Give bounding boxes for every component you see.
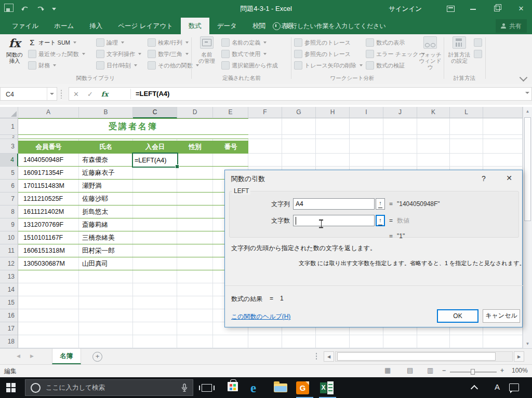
tab-active-4[interactable]: 数式: [181, 18, 209, 34]
function-help-link[interactable]: この関数のヘルプ(H): [231, 312, 290, 321]
cell-F1[interactable]: [248, 118, 282, 135]
cell-A10[interactable]: 1510101167F: [18, 231, 79, 244]
cell-A4[interactable]: 1404050948F: [18, 154, 79, 166]
cell-E4[interactable]: [213, 154, 248, 166]
cell-D9[interactable]: [177, 218, 213, 231]
cell-F2[interactable]: [248, 135, 282, 139]
share-button[interactable]: 共有: [496, 19, 527, 33]
trace-precedents-button[interactable]: 参照元のトレース: [294, 37, 363, 48]
cell-A7[interactable]: 1211210525F: [18, 193, 79, 205]
cell-L1[interactable]: [450, 118, 483, 135]
cell-A13[interactable]: [18, 270, 79, 283]
cell-D16[interactable]: [177, 309, 213, 322]
calculation-options-button[interactable]: 計算方法 の設定: [446, 36, 473, 64]
cell-L4[interactable]: [450, 154, 483, 167]
taskbar-search-box[interactable]: ここに入力して検索: [25, 379, 193, 396]
cell-B14[interactable]: [79, 283, 133, 296]
tab-5[interactable]: データ: [209, 18, 245, 34]
enter-entry-icon[interactable]: ✓: [87, 90, 93, 98]
cell-C6[interactable]: [133, 180, 177, 192]
vscroll-thumb[interactable]: [524, 117, 531, 221]
create-from-selection-button[interactable]: 選択範囲から作成: [221, 60, 278, 71]
cell-F3[interactable]: [248, 139, 282, 154]
cell-K4[interactable]: [417, 154, 450, 167]
cell-A16[interactable]: [18, 309, 79, 322]
column-header-E[interactable]: E: [213, 107, 248, 118]
recent-functions-button[interactable]: 最近使った関数: [28, 48, 85, 60]
cell-B6[interactable]: 瀬野満: [79, 180, 133, 192]
cell-D6[interactable]: [177, 180, 213, 192]
logical-button[interactable]: 論理: [96, 37, 141, 48]
column-header-B[interactable]: B: [79, 107, 133, 118]
cell-C10[interactable]: [133, 231, 177, 244]
text-functions-button[interactable]: 文字列操作: [96, 48, 141, 60]
sheet-tab-meibo[interactable]: 名簿: [52, 349, 81, 364]
cell-B5[interactable]: 近藤麻衣子: [79, 167, 133, 179]
column-header-C[interactable]: C: [133, 107, 177, 118]
cell-K1[interactable]: [417, 118, 450, 135]
worksheet-title-cell[interactable]: 受講者名簿: [18, 118, 248, 135]
cell-H2[interactable]: [316, 135, 350, 139]
start-button[interactable]: [6, 383, 16, 392]
cell-L3[interactable]: [450, 139, 483, 154]
page-break-view-icon[interactable]: ▥: [427, 366, 433, 374]
column-header-D[interactable]: D: [177, 107, 213, 118]
insert-function-button[interactable]: fx 関数の 挿入: [1, 36, 28, 64]
row-header-11[interactable]: 11: [0, 244, 18, 257]
error-checking-button[interactable]: エラー チェック: [366, 48, 425, 60]
column-header-K[interactable]: K: [417, 107, 450, 118]
cell-H3[interactable]: [316, 139, 350, 154]
ribbon-display-options-button[interactable]: [442, 0, 459, 18]
cell-D4[interactable]: [177, 154, 213, 166]
remove-arrows-button[interactable]: トレース矢印の削除: [294, 60, 363, 71]
cell-H18[interactable]: [316, 335, 350, 348]
column-header-G[interactable]: G: [282, 107, 316, 118]
cell-C12[interactable]: [133, 257, 177, 270]
excel-taskbar-icon[interactable]: X: [320, 381, 334, 394]
row-header-9[interactable]: 9: [0, 218, 18, 231]
cell-L18[interactable]: [450, 335, 483, 348]
cell-A14[interactable]: [18, 283, 79, 296]
cell-I2[interactable]: [350, 135, 383, 139]
row-header-6[interactable]: 6: [0, 180, 18, 193]
formula-field[interactable]: ✕ ✓ fx =LEFT(A4): [69, 87, 532, 101]
cell-F18[interactable]: [248, 335, 282, 348]
cell-H4[interactable]: [316, 154, 350, 167]
watch-window-button[interactable]: ウォッチ ウィンドウ: [417, 36, 444, 70]
row-header-4[interactable]: 4: [0, 154, 18, 167]
name-manager-button[interactable]: 名前 の管理: [193, 36, 220, 64]
cell-C5[interactable]: [133, 167, 177, 179]
cell-C9[interactable]: [133, 218, 177, 231]
cell-F4[interactable]: [248, 154, 282, 167]
cell-C8[interactable]: [133, 205, 177, 218]
row-header-10[interactable]: 10: [0, 231, 18, 244]
show-hidden-icons-chevron[interactable]: [471, 385, 478, 392]
cell-G2[interactable]: [282, 135, 316, 139]
cell-A12[interactable]: 1305030687M: [18, 257, 79, 270]
row-header-18[interactable]: 18: [0, 335, 18, 348]
cell-G1[interactable]: [282, 118, 316, 135]
sheet-nav-left-icon[interactable]: ◀: [17, 353, 20, 359]
cell-E18[interactable]: [213, 335, 248, 348]
table-header-4[interactable]: 番号: [213, 141, 248, 154]
horizontal-scrollbar[interactable]: [335, 351, 513, 362]
cell-C15[interactable]: [133, 296, 177, 309]
zoom-level[interactable]: 100%: [512, 367, 528, 374]
show-formulas-button[interactable]: 数式の表示: [366, 37, 425, 48]
action-center-icon[interactable]: [509, 383, 519, 391]
new-sheet-button[interactable]: +: [92, 352, 102, 362]
financial-button[interactable]: 財務: [28, 60, 85, 71]
tab-2[interactable]: 挿入: [82, 18, 110, 34]
tell-me-box[interactable]: 実行したい作業を入力してください: [273, 18, 386, 34]
row-header-3[interactable]: 3: [0, 139, 18, 154]
cell-M4[interactable]: [483, 154, 523, 167]
column-header-F[interactable]: F: [248, 107, 282, 118]
row-header-17[interactable]: 17: [0, 322, 18, 335]
table-header-0[interactable]: 会員番号: [18, 141, 79, 154]
cell-D14[interactable]: [177, 283, 213, 296]
name-box[interactable]: C4: [0, 87, 57, 101]
cell-A9[interactable]: 1312070769F: [18, 218, 79, 231]
cell-K18[interactable]: [417, 335, 450, 348]
row-header-8[interactable]: 8: [0, 205, 18, 218]
cell-A5[interactable]: 1609171354F: [18, 167, 79, 179]
